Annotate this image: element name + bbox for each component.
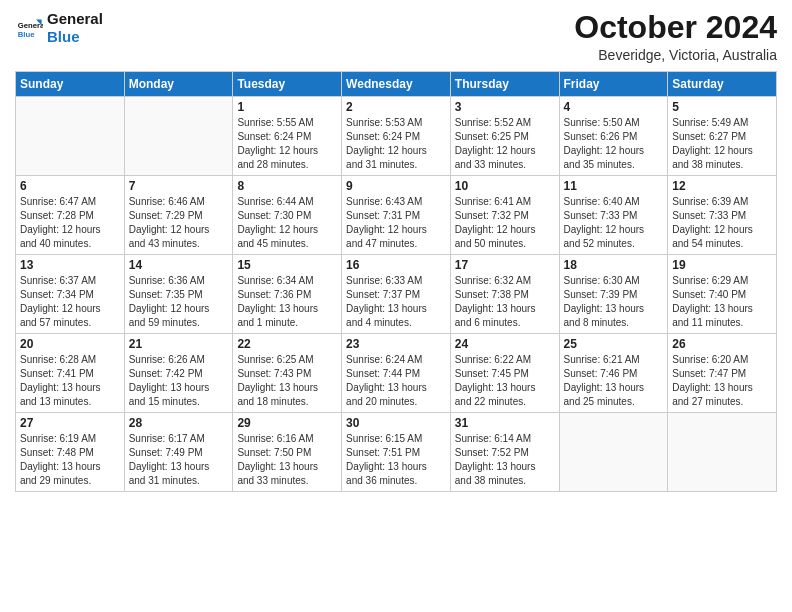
day-cell: 29Sunrise: 6:16 AM Sunset: 7:50 PM Dayli… [233,413,342,492]
day-number: 6 [20,179,120,193]
day-cell: 18Sunrise: 6:30 AM Sunset: 7:39 PM Dayli… [559,255,668,334]
day-number: 22 [237,337,337,351]
day-cell: 20Sunrise: 6:28 AM Sunset: 7:41 PM Dayli… [16,334,125,413]
weekday-header-monday: Monday [124,72,233,97]
day-info: Sunrise: 6:25 AM Sunset: 7:43 PM Dayligh… [237,353,337,409]
day-info: Sunrise: 6:24 AM Sunset: 7:44 PM Dayligh… [346,353,446,409]
day-number: 3 [455,100,555,114]
day-info: Sunrise: 6:14 AM Sunset: 7:52 PM Dayligh… [455,432,555,488]
day-cell: 6Sunrise: 6:47 AM Sunset: 7:28 PM Daylig… [16,176,125,255]
day-number: 9 [346,179,446,193]
day-info: Sunrise: 6:26 AM Sunset: 7:42 PM Dayligh… [129,353,229,409]
day-info: Sunrise: 6:30 AM Sunset: 7:39 PM Dayligh… [564,274,664,330]
location: Beveridge, Victoria, Australia [574,47,777,63]
day-info: Sunrise: 6:46 AM Sunset: 7:29 PM Dayligh… [129,195,229,251]
day-number: 26 [672,337,772,351]
day-cell: 14Sunrise: 6:36 AM Sunset: 7:35 PM Dayli… [124,255,233,334]
logo: General Blue General Blue [15,10,103,46]
day-cell: 5Sunrise: 5:49 AM Sunset: 6:27 PM Daylig… [668,97,777,176]
calendar: SundayMondayTuesdayWednesdayThursdayFrid… [15,71,777,492]
day-cell [16,97,125,176]
day-info: Sunrise: 6:19 AM Sunset: 7:48 PM Dayligh… [20,432,120,488]
day-cell: 1Sunrise: 5:55 AM Sunset: 6:24 PM Daylig… [233,97,342,176]
day-number: 13 [20,258,120,272]
day-info: Sunrise: 6:34 AM Sunset: 7:36 PM Dayligh… [237,274,337,330]
day-info: Sunrise: 6:44 AM Sunset: 7:30 PM Dayligh… [237,195,337,251]
day-number: 5 [672,100,772,114]
day-cell: 11Sunrise: 6:40 AM Sunset: 7:33 PM Dayli… [559,176,668,255]
day-cell: 19Sunrise: 6:29 AM Sunset: 7:40 PM Dayli… [668,255,777,334]
day-info: Sunrise: 6:40 AM Sunset: 7:33 PM Dayligh… [564,195,664,251]
day-cell: 27Sunrise: 6:19 AM Sunset: 7:48 PM Dayli… [16,413,125,492]
day-cell [559,413,668,492]
day-number: 28 [129,416,229,430]
day-info: Sunrise: 6:29 AM Sunset: 7:40 PM Dayligh… [672,274,772,330]
day-cell: 13Sunrise: 6:37 AM Sunset: 7:34 PM Dayli… [16,255,125,334]
svg-text:Blue: Blue [18,30,35,39]
day-number: 14 [129,258,229,272]
week-row-1: 1Sunrise: 5:55 AM Sunset: 6:24 PM Daylig… [16,97,777,176]
day-info: Sunrise: 6:39 AM Sunset: 7:33 PM Dayligh… [672,195,772,251]
day-cell [124,97,233,176]
day-cell: 10Sunrise: 6:41 AM Sunset: 7:32 PM Dayli… [450,176,559,255]
day-info: Sunrise: 6:33 AM Sunset: 7:37 PM Dayligh… [346,274,446,330]
day-info: Sunrise: 6:28 AM Sunset: 7:41 PM Dayligh… [20,353,120,409]
day-number: 21 [129,337,229,351]
day-number: 16 [346,258,446,272]
day-cell: 2Sunrise: 5:53 AM Sunset: 6:24 PM Daylig… [342,97,451,176]
day-info: Sunrise: 5:53 AM Sunset: 6:24 PM Dayligh… [346,116,446,172]
day-number: 2 [346,100,446,114]
day-cell: 22Sunrise: 6:25 AM Sunset: 7:43 PM Dayli… [233,334,342,413]
day-info: Sunrise: 6:47 AM Sunset: 7:28 PM Dayligh… [20,195,120,251]
day-cell: 12Sunrise: 6:39 AM Sunset: 7:33 PM Dayli… [668,176,777,255]
week-row-3: 13Sunrise: 6:37 AM Sunset: 7:34 PM Dayli… [16,255,777,334]
day-cell: 8Sunrise: 6:44 AM Sunset: 7:30 PM Daylig… [233,176,342,255]
logo-general: General [47,10,103,28]
week-row-2: 6Sunrise: 6:47 AM Sunset: 7:28 PM Daylig… [16,176,777,255]
day-info: Sunrise: 6:32 AM Sunset: 7:38 PM Dayligh… [455,274,555,330]
day-info: Sunrise: 5:55 AM Sunset: 6:24 PM Dayligh… [237,116,337,172]
day-number: 12 [672,179,772,193]
day-info: Sunrise: 6:20 AM Sunset: 7:47 PM Dayligh… [672,353,772,409]
weekday-header-thursday: Thursday [450,72,559,97]
day-cell: 23Sunrise: 6:24 AM Sunset: 7:44 PM Dayli… [342,334,451,413]
day-cell: 30Sunrise: 6:15 AM Sunset: 7:51 PM Dayli… [342,413,451,492]
title-block: October 2024 Beveridge, Victoria, Austra… [574,10,777,63]
day-info: Sunrise: 6:22 AM Sunset: 7:45 PM Dayligh… [455,353,555,409]
day-number: 18 [564,258,664,272]
week-row-5: 27Sunrise: 6:19 AM Sunset: 7:48 PM Dayli… [16,413,777,492]
day-number: 31 [455,416,555,430]
day-cell: 26Sunrise: 6:20 AM Sunset: 7:47 PM Dayli… [668,334,777,413]
month-title: October 2024 [574,10,777,45]
logo-icon: General Blue [15,14,43,42]
weekday-header-saturday: Saturday [668,72,777,97]
day-info: Sunrise: 5:52 AM Sunset: 6:25 PM Dayligh… [455,116,555,172]
day-number: 25 [564,337,664,351]
day-cell: 31Sunrise: 6:14 AM Sunset: 7:52 PM Dayli… [450,413,559,492]
day-number: 17 [455,258,555,272]
week-row-4: 20Sunrise: 6:28 AM Sunset: 7:41 PM Dayli… [16,334,777,413]
day-cell: 21Sunrise: 6:26 AM Sunset: 7:42 PM Dayli… [124,334,233,413]
day-number: 20 [20,337,120,351]
day-cell: 16Sunrise: 6:33 AM Sunset: 7:37 PM Dayli… [342,255,451,334]
day-cell: 25Sunrise: 6:21 AM Sunset: 7:46 PM Dayli… [559,334,668,413]
day-info: Sunrise: 5:49 AM Sunset: 6:27 PM Dayligh… [672,116,772,172]
weekday-header-friday: Friday [559,72,668,97]
day-number: 19 [672,258,772,272]
day-info: Sunrise: 6:16 AM Sunset: 7:50 PM Dayligh… [237,432,337,488]
day-number: 10 [455,179,555,193]
page: General Blue General Blue October 2024 B… [0,0,792,612]
day-cell: 7Sunrise: 6:46 AM Sunset: 7:29 PM Daylig… [124,176,233,255]
day-info: Sunrise: 6:43 AM Sunset: 7:31 PM Dayligh… [346,195,446,251]
day-info: Sunrise: 6:17 AM Sunset: 7:49 PM Dayligh… [129,432,229,488]
day-cell: 28Sunrise: 6:17 AM Sunset: 7:49 PM Dayli… [124,413,233,492]
day-number: 23 [346,337,446,351]
day-number: 1 [237,100,337,114]
weekday-header-tuesday: Tuesday [233,72,342,97]
weekday-header-sunday: Sunday [16,72,125,97]
weekday-header-row: SundayMondayTuesdayWednesdayThursdayFrid… [16,72,777,97]
weekday-header-wednesday: Wednesday [342,72,451,97]
day-cell: 24Sunrise: 6:22 AM Sunset: 7:45 PM Dayli… [450,334,559,413]
day-info: Sunrise: 6:37 AM Sunset: 7:34 PM Dayligh… [20,274,120,330]
day-cell [668,413,777,492]
